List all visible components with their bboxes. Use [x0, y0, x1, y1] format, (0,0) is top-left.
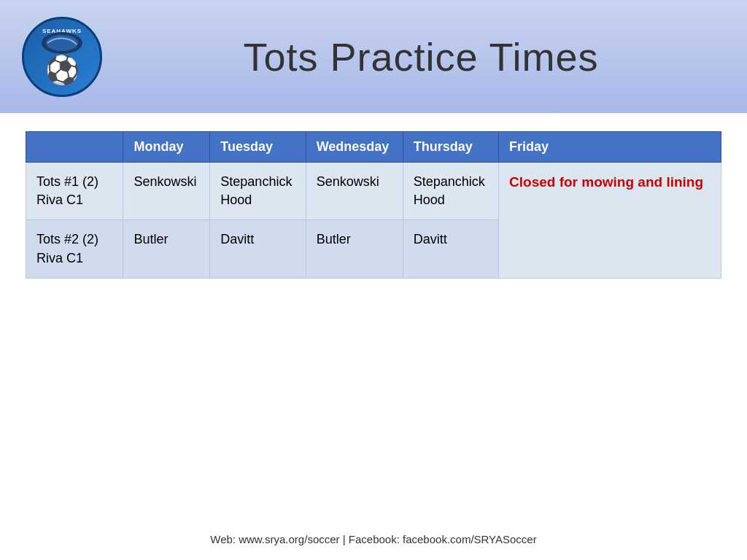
- page-title: Tots Practice Times: [243, 34, 598, 79]
- footer-text: Web: www.srya.org/soccer | Facebook: fac…: [210, 533, 536, 545]
- col-header-empty: [26, 132, 123, 163]
- helmet-icon: [40, 30, 84, 55]
- table-row: Tots #1 (2)Riva C1 Senkowski Stepanchick…: [26, 163, 721, 220]
- row2-wednesday: Butler: [306, 220, 403, 278]
- header-title-area: Tots Practice Times: [109, 34, 732, 79]
- row1-wednesday: Senkowski: [306, 163, 403, 220]
- row2-tuesday: Davitt: [210, 220, 306, 278]
- row1-tuesday: StepanchickHood: [210, 163, 306, 220]
- col-header-wednesday: Wednesday: [306, 132, 403, 163]
- table-header-row: Monday Tuesday Wednesday Thursday Friday: [26, 132, 721, 163]
- logo-area: SEAHAWKS ⚽: [15, 9, 109, 104]
- soccer-ball-icon: ⚽: [45, 54, 80, 86]
- row2-thursday: Davitt: [403, 220, 498, 278]
- schedule-section: Monday Tuesday Wednesday Thursday Friday…: [0, 113, 747, 279]
- friday-merged-cell: Closed for mowing and lining: [499, 163, 721, 279]
- row2-monday: Butler: [123, 220, 210, 278]
- col-header-tuesday: Tuesday: [210, 132, 306, 163]
- club-logo: SEAHAWKS ⚽: [22, 17, 102, 97]
- svg-point-1: [46, 35, 78, 51]
- row1-thursday: StepanchickHood: [403, 163, 498, 220]
- page-footer: Web: www.srya.org/soccer | Facebook: fac…: [0, 533, 747, 545]
- row1-label: Tots #1 (2)Riva C1: [26, 163, 123, 220]
- schedule-table: Monday Tuesday Wednesday Thursday Friday…: [26, 131, 721, 279]
- col-header-thursday: Thursday: [403, 132, 498, 163]
- row2-label: Tots #2 (2)Riva C1: [26, 220, 123, 278]
- col-header-friday: Friday: [499, 132, 721, 163]
- row1-monday: Senkowski: [123, 163, 210, 220]
- page-header: SEAHAWKS ⚽ Tots Practice Times: [0, 0, 747, 113]
- col-header-monday: Monday: [123, 132, 210, 163]
